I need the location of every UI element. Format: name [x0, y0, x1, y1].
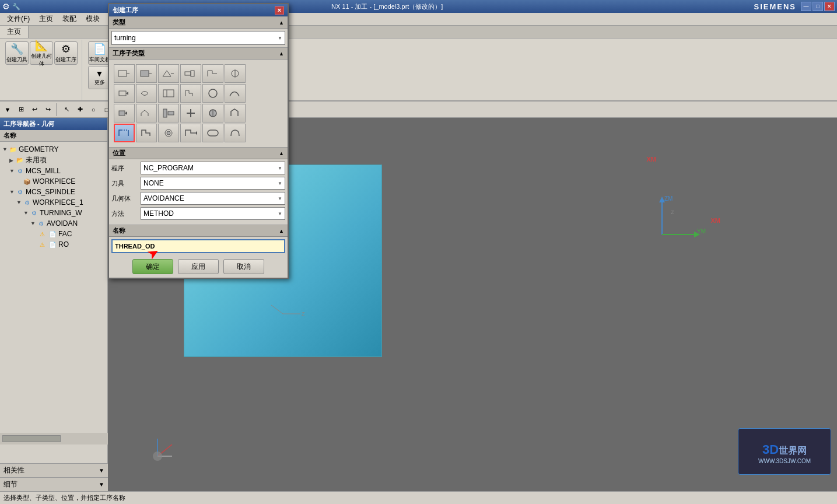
mcs-spindle-icon: ⚙ — [15, 187, 24, 197]
tree-item-mcs-spindle[interactable]: ▼ ⚙ MCS_SPINDLE — [2, 187, 105, 197]
subtype-btn-1[interactable] — [114, 64, 135, 83]
subtype-btn-21[interactable] — [158, 124, 179, 142]
type-section-arrow[interactable]: ▲ — [279, 20, 284, 26]
tree-item-geometry[interactable]: ▼ 📁 GEOMETRY — [2, 144, 105, 155]
tree-item-avoidan[interactable]: ▼ ⚙ AVOIDAN — [2, 218, 105, 229]
tab-home[interactable]: 主页 — [0, 26, 29, 38]
tb-btn-select[interactable]: ↖ — [60, 103, 73, 116]
tree-item-turning-w[interactable]: ▼ ⚙ TURNING_W — [2, 208, 105, 218]
position-section-header: 位置 ▲ — [109, 147, 288, 159]
expand-unused[interactable]: ▶ — [9, 158, 15, 163]
cancel-button[interactable]: 取消 — [223, 259, 264, 274]
subtype-btn-15[interactable] — [158, 104, 179, 123]
tree-item-fac[interactable]: ⚠ 📄 FAC — [2, 229, 105, 239]
tree-item-mcs-mill[interactable]: ▼ ⚙ MCS_MILL — [2, 166, 105, 176]
h-scrollbar[interactable] — [0, 433, 108, 444]
subtype-btn-5[interactable] — [202, 64, 223, 83]
expand-avoidan[interactable]: ▼ — [30, 220, 36, 226]
tree-item-ro[interactable]: ⚠ 📄 RO — [2, 239, 105, 250]
minimize-button[interactable]: — — [801, 2, 811, 11]
tb-btn-4[interactable]: ↪ — [41, 103, 54, 116]
program-dropdown[interactable]: NC_PROGRAM ▼ — [141, 162, 285, 174]
dialog-title-bar: 创建工序 ✕ — [109, 4, 288, 16]
h-scrollbar-thumb[interactable] — [2, 435, 61, 442]
tool-dropdown[interactable]: NONE ▼ — [141, 177, 285, 190]
maximize-button[interactable]: □ — [813, 2, 823, 11]
workpiece-icon: 📦 — [22, 177, 31, 186]
subtype-btn-10[interactable] — [180, 84, 201, 103]
menu-module[interactable]: 模块 — [81, 13, 104, 25]
expand-geometry[interactable]: ▼ — [2, 146, 8, 152]
subtype-btn-11[interactable] — [202, 84, 223, 103]
subtype-btn-18[interactable] — [225, 104, 246, 123]
tool-label: 刀具 — [111, 179, 141, 188]
menu-assembly[interactable]: 装配 — [58, 13, 81, 25]
tree-item-workpiece[interactable]: 📦 WORKPIECE — [2, 176, 105, 187]
tb-btn-2[interactable]: ⊞ — [15, 103, 27, 116]
subtype-btn-8[interactable] — [136, 84, 157, 103]
name-section-body — [109, 237, 288, 256]
subtype-btn-14[interactable] — [136, 104, 157, 123]
ok-label: 确定 — [146, 262, 160, 272]
type-section-body: turning ▼ — [109, 29, 288, 47]
subtype-btn-23[interactable] — [202, 124, 223, 142]
subtype-btn-17[interactable] — [202, 104, 223, 123]
axis-arrows: ZM YM Z — [639, 194, 709, 240]
subtype-btn-20[interactable] — [136, 124, 157, 142]
tree-item-unused[interactable]: ▶ 📂 未用项 — [2, 155, 105, 166]
subtype-section-body — [109, 60, 288, 147]
section-related[interactable]: 相关性 ▼ — [0, 463, 108, 477]
subtype-btn-24[interactable] — [225, 124, 246, 142]
apply-button[interactable]: 应用 — [178, 259, 219, 274]
expand-mcs-mill[interactable]: ▼ — [9, 168, 15, 174]
position-section-label: 位置 — [113, 149, 125, 158]
subtype-section-arrow[interactable]: ▲ — [279, 51, 284, 57]
tree-area[interactable]: ▼ 📁 GEOMETRY ▶ 📂 未用项 ▼ ⚙ MCS_MILL 📦 WORK… — [0, 142, 107, 445]
close-button[interactable]: ✕ — [824, 2, 835, 11]
tb-sep-1 — [56, 103, 58, 116]
section-detail-arrow[interactable]: ▼ — [99, 481, 104, 488]
section-related-arrow[interactable]: ▼ — [99, 467, 104, 474]
subtype-btn-6[interactable] — [225, 64, 246, 83]
fac-icon: 📄 — [48, 229, 57, 239]
subtype-btn-7[interactable] — [114, 84, 135, 103]
subtype-btn-3[interactable] — [158, 64, 179, 83]
expand-workpiece-1[interactable]: ▼ — [16, 200, 22, 205]
subtype-btn-16[interactable] — [180, 104, 201, 123]
tb-btn-3[interactable]: ↩ — [28, 103, 41, 116]
btn-create-geo[interactable]: 📐 创建几何体 — [30, 41, 53, 65]
menu-file[interactable]: 文件(F) — [2, 13, 34, 25]
tb-btn-1[interactable]: ▼ — [1, 103, 14, 116]
subtype-btn-22[interactable] — [180, 124, 201, 142]
subtype-grid — [111, 62, 285, 145]
subtype-btn-4[interactable] — [180, 64, 201, 83]
subtype-btn-12[interactable] — [225, 84, 246, 103]
tb-btn-5[interactable]: ✚ — [73, 103, 86, 116]
svg-rect-41 — [208, 130, 218, 136]
svg-point-28 — [209, 89, 217, 97]
position-section-arrow[interactable]: ▲ — [279, 150, 284, 156]
subtype-btn-19[interactable] — [114, 124, 135, 142]
operation-name-input[interactable] — [111, 239, 285, 253]
geometry-dropdown-arrow: ▼ — [278, 196, 282, 201]
expand-turning-w[interactable]: ▼ — [23, 210, 29, 216]
tb-btn-6[interactable]: ○ — [87, 103, 100, 116]
menu-home[interactable]: 主页 — [34, 13, 58, 25]
btn-create-op[interactable]: ⚙ 创建工序 — [54, 41, 78, 65]
tree-label-workpiece: WORKPIECE — [33, 177, 75, 186]
geometry-dropdown[interactable]: AVOIDANCE ▼ — [141, 192, 285, 205]
type-dropdown[interactable]: turning ▼ — [111, 31, 285, 45]
tree-item-workpiece-1[interactable]: ▼ ⚙ WORKPIECE_1 — [2, 197, 105, 208]
name-section-arrow[interactable]: ▲ — [279, 228, 284, 234]
section-detail[interactable]: 细节 ▼ — [0, 477, 108, 491]
type-section-label: 类型 — [113, 18, 125, 27]
btn-create-tool[interactable]: 🔧 创建刀具 — [5, 41, 29, 65]
subtype-btn-9[interactable] — [158, 84, 179, 103]
subtype-btn-2[interactable] — [136, 64, 157, 83]
expand-mcs-spindle[interactable]: ▼ — [9, 189, 15, 195]
type-section-header: 类型 ▲ — [109, 16, 288, 29]
ok-button[interactable]: 确定 — [132, 259, 173, 274]
subtype-btn-13[interactable] — [114, 104, 135, 123]
method-dropdown[interactable]: METHOD ▼ — [141, 207, 285, 220]
dialog-close-button[interactable]: ✕ — [275, 6, 284, 15]
